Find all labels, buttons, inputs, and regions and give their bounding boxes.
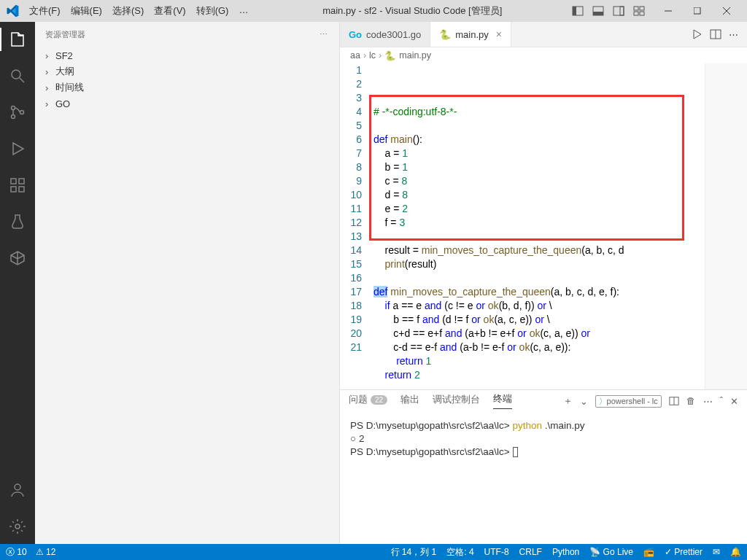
- svg-rect-9: [640, 12, 644, 15]
- terminal-dropdown-icon[interactable]: ⌄: [580, 396, 588, 407]
- svg-point-14: [12, 70, 20, 79]
- maximize-button[interactable]: [683, 0, 712, 22]
- split-terminal-icon[interactable]: [669, 396, 679, 406]
- status-language[interactable]: Python: [552, 547, 579, 557]
- menu-go[interactable]: 转到(G): [192, 1, 233, 20]
- status-prettier[interactable]: ✓ Prettier: [665, 547, 703, 557]
- svg-rect-6: [634, 7, 638, 10]
- kill-terminal-icon[interactable]: 🗑: [686, 396, 696, 406]
- panel-tab[interactable]: 终端: [493, 393, 512, 409]
- panel-left-icon[interactable]: [572, 5, 584, 17]
- layout-controls: [572, 5, 645, 17]
- panel-tab[interactable]: 调试控制台: [433, 394, 480, 409]
- editor-group: Gocode3001.go🐍main.py× ⋯ aa› lc› 🐍 main.…: [340, 22, 747, 544]
- menu-selection[interactable]: 选择(S): [108, 1, 148, 20]
- svg-rect-19: [11, 179, 16, 184]
- status-bar: ⓧ 10 ⚠ 12 行 14，列 1 空格: 4 UTF-8 CRLF Pyth…: [0, 544, 747, 560]
- explorer-sidebar: 资源管理器 ⋯ ›SF2›大纲›时间线›GO: [35, 22, 340, 544]
- run-icon[interactable]: [691, 28, 703, 40]
- svg-rect-22: [19, 187, 24, 192]
- status-feedback-icon[interactable]: ✉: [713, 547, 720, 557]
- tree-section[interactable]: ›时间线: [35, 79, 339, 96]
- run-debug-icon[interactable]: [0, 137, 35, 160]
- status-bell-icon[interactable]: 🔔: [730, 547, 741, 557]
- svg-rect-3: [593, 12, 603, 15]
- terminal[interactable]: PS D:\mysetup\gopath\src\sf2\aa\lc> pyth…: [340, 412, 747, 544]
- extensions-icon[interactable]: [0, 174, 35, 197]
- menu-bar: 文件(F) 编辑(E) 选择(S) 查看(V) 转到(G) …: [25, 1, 252, 20]
- layout-icon[interactable]: [633, 5, 645, 17]
- status-golive[interactable]: 📡 Go Live: [589, 547, 633, 557]
- tree-section[interactable]: ›GO: [35, 96, 339, 112]
- svg-rect-21: [11, 187, 16, 192]
- svg-point-17: [12, 115, 15, 119]
- menu-more[interactable]: …: [234, 1, 252, 20]
- close-tab-icon[interactable]: ×: [496, 28, 502, 40]
- editor-tabs: Gocode3001.go🐍main.py× ⋯: [340, 22, 747, 47]
- vscode-logo-icon: [6, 4, 19, 18]
- svg-rect-8: [634, 12, 638, 15]
- sidebar-title: 资源管理器: [45, 29, 85, 40]
- close-button[interactable]: [712, 0, 741, 22]
- title-bar: 文件(F) 编辑(E) 选择(S) 查看(V) 转到(G) … main.py …: [0, 0, 747, 22]
- remote-icon[interactable]: [0, 246, 35, 270]
- accounts-icon[interactable]: [0, 478, 35, 502]
- svg-rect-1: [573, 7, 576, 15]
- settings-gear-icon[interactable]: [0, 515, 35, 538]
- sidebar-more-icon[interactable]: ⋯: [320, 30, 329, 39]
- tree-section[interactable]: ›SF2: [35, 47, 339, 63]
- panel-tab[interactable]: 输出: [400, 394, 419, 409]
- svg-point-23: [15, 484, 20, 490]
- crumb[interactable]: main.py: [399, 50, 431, 61]
- explorer-icon[interactable]: [0, 28, 35, 51]
- status-radio-icon[interactable]: 📻: [643, 547, 654, 557]
- source-control-icon[interactable]: [0, 101, 35, 124]
- svg-rect-11: [694, 7, 700, 14]
- minimize-button[interactable]: [654, 0, 683, 22]
- menu-file[interactable]: 文件(F): [25, 1, 65, 20]
- editor-more-icon[interactable]: ⋯: [729, 29, 740, 40]
- code-editor[interactable]: 123456789101112131415161718192021 # -*-c…: [340, 63, 747, 389]
- panel-more-icon[interactable]: ⋯: [703, 396, 713, 407]
- svg-rect-4: [614, 7, 624, 15]
- svg-rect-7: [640, 7, 644, 10]
- breadcrumb[interactable]: aa› lc› 🐍 main.py: [340, 47, 747, 63]
- tree-section[interactable]: ›大纲: [35, 63, 339, 79]
- menu-edit[interactable]: 编辑(E): [66, 1, 107, 20]
- python-file-icon: 🐍: [384, 50, 396, 61]
- status-indent[interactable]: 空格: 4: [446, 546, 473, 559]
- svg-rect-20: [19, 179, 24, 184]
- activity-bar: [0, 22, 35, 544]
- svg-rect-5: [620, 7, 624, 15]
- crumb[interactable]: aa: [350, 50, 360, 61]
- minimap[interactable]: [705, 63, 747, 389]
- panel-right-icon[interactable]: [613, 5, 624, 17]
- svg-point-24: [15, 524, 20, 529]
- search-icon[interactable]: [0, 64, 35, 88]
- status-encoding[interactable]: UTF-8: [484, 547, 509, 557]
- panel-tab[interactable]: 问题22: [349, 394, 387, 409]
- crumb[interactable]: lc: [369, 50, 376, 61]
- editor-tab[interactable]: 🐍main.py×: [430, 22, 511, 47]
- status-eol[interactable]: CRLF: [519, 547, 542, 557]
- editor-tab[interactable]: Gocode3001.go: [340, 22, 430, 47]
- svg-point-18: [20, 111, 24, 114]
- status-cursor-pos[interactable]: 行 14，列 1: [391, 546, 437, 559]
- status-warnings[interactable]: ⚠ 12: [36, 547, 56, 557]
- split-editor-icon[interactable]: [710, 28, 721, 40]
- testing-icon[interactable]: [0, 210, 35, 233]
- panel: 问题22输出调试控制台终端 ＋ ⌄ 〉powershell - lc 🗑 ⋯ ˆ…: [340, 389, 747, 544]
- menu-view[interactable]: 查看(V): [150, 1, 190, 20]
- svg-line-15: [20, 78, 24, 82]
- status-errors[interactable]: ⓧ 10: [6, 546, 27, 559]
- window-title: main.py - sf2 - Visual Studio Code [管理员]: [252, 4, 572, 18]
- new-terminal-icon[interactable]: ＋: [563, 395, 573, 408]
- svg-point-16: [12, 106, 15, 110]
- terminal-profile[interactable]: 〉powershell - lc: [595, 395, 662, 408]
- close-panel-icon[interactable]: ✕: [730, 396, 738, 407]
- maximize-panel-icon[interactable]: ˆ: [720, 396, 723, 406]
- panel-bottom-icon[interactable]: [592, 5, 604, 17]
